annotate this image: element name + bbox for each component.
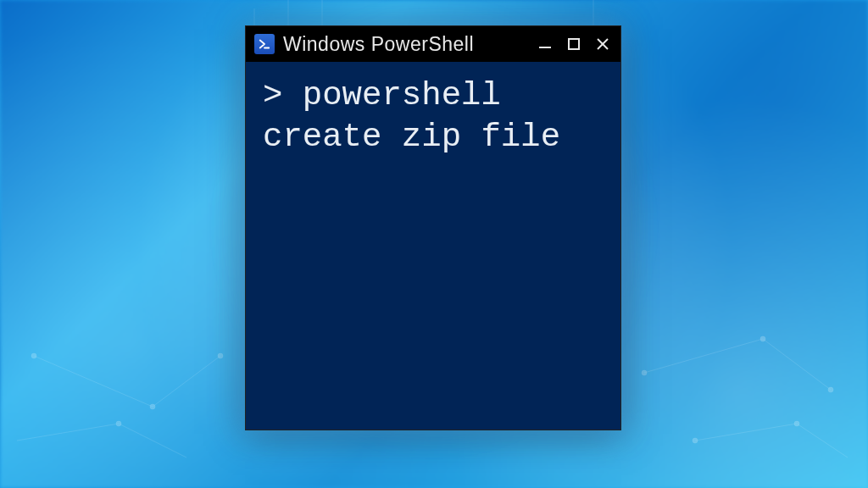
svg-point-16: [828, 387, 833, 392]
svg-point-20: [794, 421, 799, 426]
svg-point-12: [150, 404, 155, 409]
powershell-window: Windows PowerShell > powershell create z…: [245, 25, 621, 430]
svg-line-4: [644, 339, 763, 373]
window-controls: [536, 35, 612, 53]
svg-point-17: [693, 438, 698, 443]
window-title: Windows PowerShell: [283, 33, 527, 56]
svg-line-2: [17, 424, 119, 441]
svg-point-18: [31, 353, 36, 358]
minimize-button[interactable]: [536, 35, 554, 53]
maximize-button[interactable]: [565, 35, 583, 53]
svg-rect-22: [569, 39, 579, 49]
svg-point-14: [116, 421, 121, 426]
svg-line-5: [763, 339, 831, 390]
svg-line-3: [119, 424, 186, 458]
svg-line-0: [34, 356, 153, 407]
close-button[interactable]: [593, 35, 612, 53]
powershell-icon: [254, 34, 275, 54]
terminal-line: > powershell create zip file: [263, 77, 560, 156]
svg-line-7: [797, 424, 848, 458]
svg-point-13: [218, 353, 223, 358]
svg-line-6: [695, 424, 797, 441]
svg-line-1: [153, 356, 220, 407]
svg-point-15: [760, 336, 765, 341]
titlebar[interactable]: Windows PowerShell: [246, 26, 620, 62]
svg-point-19: [642, 370, 647, 375]
terminal-body[interactable]: > powershell create zip file: [246, 62, 620, 430]
